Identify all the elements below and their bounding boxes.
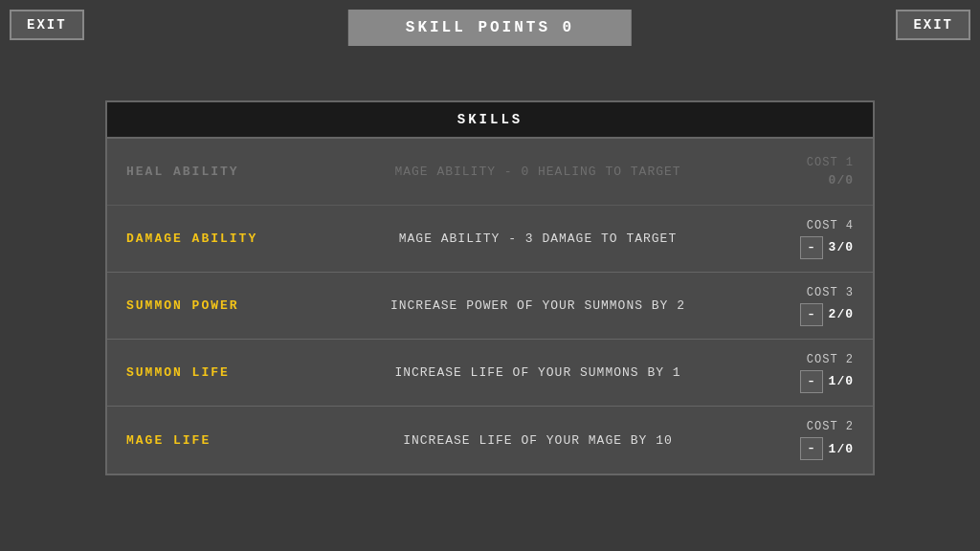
- cost-value-4: 1/0: [829, 442, 854, 456]
- exit-button-left[interactable]: EXIT: [10, 10, 84, 40]
- skill-row-1: DAMAGE ABILITYMAGE ABILITY - 3 DAMAGE TO…: [107, 206, 873, 273]
- minus-button-2[interactable]: -: [800, 303, 823, 326]
- cost-label-2: COST 3: [758, 286, 854, 299]
- skill-cost-area-1: COST 4-3/0: [758, 219, 854, 259]
- cost-controls-3: -1/0: [758, 370, 854, 393]
- minus-button-3[interactable]: -: [800, 370, 823, 393]
- minus-button-1[interactable]: -: [800, 236, 823, 259]
- cost-controls-0: 0/0: [758, 173, 854, 187]
- cost-value-3: 1/0: [829, 374, 854, 388]
- skill-points-display: SKILL POINTS 0: [348, 10, 632, 46]
- exit-button-right[interactable]: EXIT: [896, 10, 970, 40]
- skill-desc-2: INCREASE POWER OF YOUR SUMMONS BY 2: [318, 298, 758, 313]
- cost-controls-1: -3/0: [758, 236, 854, 259]
- skills-table: SKILLS HEAL ABILITYMAGE ABILITY - 0 HEAL…: [105, 100, 875, 475]
- skill-cost-area-2: COST 3-2/0: [758, 286, 854, 326]
- skill-cost-area-3: COST 2-1/0: [758, 353, 854, 393]
- cost-value-1: 3/0: [829, 240, 854, 254]
- skill-desc-3: INCREASE LIFE OF YOUR SUMMONS BY 1: [318, 365, 758, 380]
- cost-label-1: COST 4: [758, 219, 854, 232]
- skill-name-3: SUMMON LIFE: [126, 365, 318, 380]
- skill-row-0: HEAL ABILITYMAGE ABILITY - 0 HEALING TO …: [107, 139, 873, 206]
- cost-controls-2: -2/0: [758, 303, 854, 326]
- skill-cost-area-4: COST 2-1/0: [758, 420, 854, 460]
- skill-name-4: MAGE LIFE: [126, 433, 318, 448]
- skill-name-0: HEAL ABILITY: [126, 165, 318, 179]
- skill-cost-area-0: COST 10/0: [758, 156, 854, 187]
- cost-value-0: 0/0: [829, 173, 854, 187]
- cost-label-4: COST 2: [758, 420, 854, 433]
- cost-label-0: COST 1: [758, 156, 854, 169]
- skill-name-1: DAMAGE ABILITY: [126, 231, 318, 246]
- cost-value-2: 2/0: [829, 307, 854, 321]
- cost-label-3: COST 2: [758, 353, 854, 366]
- skill-name-2: SUMMON POWER: [126, 298, 318, 313]
- skills-title: SKILLS: [107, 102, 873, 139]
- skill-row-3: SUMMON LIFEINCREASE LIFE OF YOUR SUMMONS…: [107, 340, 873, 407]
- skill-row-2: SUMMON POWERINCREASE POWER OF YOUR SUMMO…: [107, 273, 873, 340]
- skill-desc-0: MAGE ABILITY - 0 HEALING TO TARGET: [318, 165, 758, 179]
- cost-controls-4: -1/0: [758, 437, 854, 460]
- skill-desc-1: MAGE ABILITY - 3 DAMAGE TO TARGET: [318, 231, 758, 246]
- skill-desc-4: INCREASE LIFE OF YOUR MAGE BY 10: [318, 433, 758, 448]
- skill-points-label: SKILL POINTS 0: [348, 10, 632, 46]
- skill-row-4: MAGE LIFEINCREASE LIFE OF YOUR MAGE BY 1…: [107, 407, 873, 474]
- minus-button-4[interactable]: -: [800, 437, 823, 460]
